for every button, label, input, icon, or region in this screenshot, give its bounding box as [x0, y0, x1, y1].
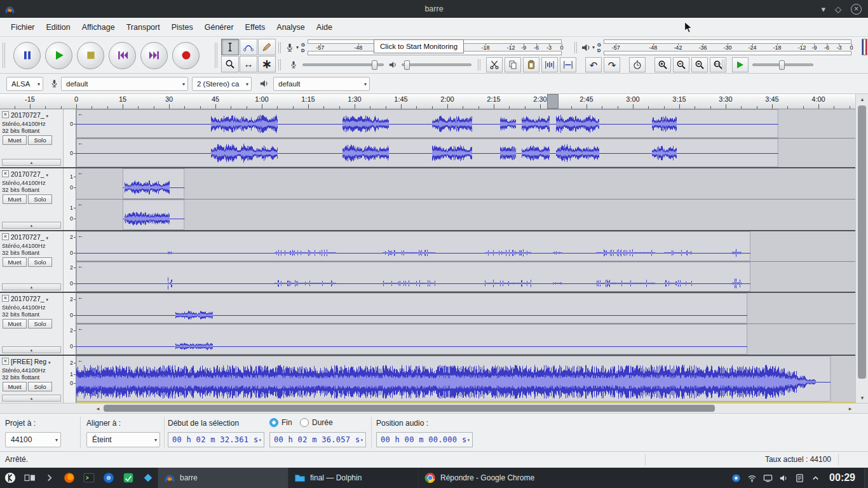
waveform-canvas[interactable] [76, 168, 855, 199]
launcher-firefox[interactable] [59, 469, 79, 487]
track-title-menu[interactable]: 20170727_ ▾ [11, 170, 62, 178]
zoom-out-button[interactable] [673, 57, 689, 72]
track-close-button[interactable]: × [2, 170, 9, 177]
audio-clip-lane[interactable]: ← [76, 293, 855, 323]
scroll-down-button[interactable]: ▾ [856, 393, 868, 403]
undo-button[interactable]: ↶ [585, 57, 602, 72]
zoom-in-button[interactable] [654, 57, 671, 72]
audio-position-field[interactable]: 00 h 00 m 00.000 s▾ [376, 432, 473, 447]
snap-select[interactable]: Éteint▾ [86, 432, 160, 447]
playback-device-select[interactable]: default▾ [273, 77, 370, 91]
menu-fichier[interactable]: Fichier [5, 20, 41, 35]
collapse-track-button[interactable]: ▴ [2, 346, 61, 353]
toolbar-grab-handle[interactable] [574, 42, 577, 53]
menu-transport[interactable]: Transport [121, 20, 166, 35]
playback-meter-track[interactable]: -57-48-42-36-30-24-18-12-9-6-30 [604, 39, 851, 55]
selection-start-field[interactable]: 00 h 02 m 32.361 s▾ [168, 432, 264, 447]
waveform-canvas[interactable] [76, 324, 855, 355]
audio-clip-lane[interactable]: ← [76, 109, 855, 138]
mute-button[interactable]: Muet [3, 194, 27, 204]
vertical-scrollbar-thumb[interactable] [858, 105, 866, 379]
menu-pistes[interactable]: Pistes [166, 20, 199, 35]
solo-button[interactable]: Solo [28, 257, 52, 267]
radio-off-icon[interactable] [300, 418, 309, 427]
window-maximize-button[interactable]: ◇ [835, 4, 841, 14]
mute-button[interactable]: Muet [3, 135, 27, 145]
slider-thumb[interactable] [404, 60, 410, 70]
tray-wifi-icon[interactable] [747, 473, 757, 483]
timeline-ruler[interactable]: -1501530451:001:151:301:452:002:152:302:… [0, 94, 855, 109]
toolbar-grab-handle[interactable] [3, 43, 5, 68]
paste-button[interactable] [523, 57, 539, 72]
taskbar-clock[interactable]: 00:29 [829, 472, 855, 484]
solo-button[interactable]: Solo [28, 319, 52, 329]
toolbar-grab-handle[interactable] [215, 43, 217, 68]
project-rate-select[interactable]: 44100▾ [5, 432, 61, 447]
draw-tool-button[interactable] [258, 39, 276, 55]
launcher-arrow-right[interactable] [39, 469, 59, 487]
selection-end-radio[interactable]: Fin [269, 418, 292, 427]
monitoring-tooltip[interactable]: Click to Start Monitoring [374, 39, 464, 53]
menu-effets[interactable]: Effets [240, 20, 271, 35]
recording-volume-slider[interactable] [302, 64, 384, 66]
waveform-canvas[interactable] [76, 231, 855, 261]
window-more-button[interactable]: ▾ [821, 4, 825, 14]
audio-clip-lane[interactable]: ← [76, 262, 855, 292]
launcher-pager[interactable] [20, 469, 39, 487]
menu-aide[interactable]: Aide [311, 20, 338, 35]
audio-clip-lane[interactable]: ← [76, 356, 855, 402]
playback-meter[interactable]: ▾ GD -57-48-42-36-30-24-18-12-9-6-30 [573, 39, 860, 55]
menu-générer[interactable]: Générer [199, 20, 240, 35]
collapse-track-button[interactable]: ▴ [2, 159, 61, 166]
track-title-menu[interactable]: 20170727_ ▾ [11, 233, 62, 241]
waveform-canvas[interactable] [76, 109, 855, 138]
tray-blue-dot-icon[interactable] [731, 473, 741, 483]
audio-clip-lane[interactable]: ← [76, 168, 855, 199]
recording-device-select[interactable]: default▾ [61, 77, 188, 91]
taskbar-task-2[interactable]: final — Dolphin [288, 468, 418, 488]
menu-edition[interactable]: Edition [41, 20, 76, 35]
track-close-button[interactable]: × [2, 358, 9, 365]
audio-clip-lane[interactable]: ← [76, 231, 855, 261]
timeshift-tool-button[interactable]: ↔ [240, 56, 257, 72]
playback-volume-slider[interactable] [402, 64, 471, 66]
launcher-kmenu[interactable] [0, 469, 20, 487]
scroll-right-button[interactable]: ▸ [845, 403, 855, 414]
launcher-blue-app[interactable] [98, 469, 118, 487]
waveform-canvas[interactable] [76, 200, 855, 230]
toolbar-grab-handle[interactable] [478, 59, 480, 71]
slider-thumb[interactable] [779, 60, 785, 70]
skip-to-start-button[interactable] [109, 42, 136, 69]
track-title-menu[interactable]: 20170727_ ▾ [11, 111, 62, 119]
horizontal-scrollbar-thumb[interactable] [104, 405, 715, 412]
tray-tray-expand-icon[interactable] [811, 473, 820, 483]
launcher-plasma-diamond[interactable] [138, 469, 158, 487]
mute-button[interactable]: Muet [3, 382, 27, 391]
waveform-canvas[interactable] [76, 356, 855, 402]
scroll-up-button[interactable]: ▴ [856, 94, 868, 104]
track-title-menu[interactable]: [FREE] Reg ▾ [11, 358, 62, 365]
play-at-speed-button[interactable] [732, 57, 749, 72]
envelope-tool-button[interactable] [240, 39, 257, 55]
track-close-button[interactable]: × [2, 111, 9, 118]
taskbar-task-3[interactable]: Répondre - Google Chrome [418, 468, 548, 488]
copy-button[interactable] [505, 57, 521, 72]
solo-button[interactable]: Solo [28, 194, 52, 204]
horizontal-scrollbar[interactable]: ◂ ▸ [0, 403, 868, 413]
sync-lock-button[interactable] [629, 57, 646, 72]
pause-button[interactable] [13, 42, 41, 69]
cut-button[interactable] [486, 57, 503, 72]
menu-analyse[interactable]: Analyse [271, 20, 310, 35]
play-speed-slider[interactable] [752, 64, 813, 66]
audio-clip-lane[interactable]: ← [76, 139, 855, 167]
audio-clip-lane[interactable]: ← [76, 200, 855, 230]
redo-button[interactable]: ↷ [604, 57, 620, 72]
timeline-selection-region[interactable] [547, 94, 559, 109]
show-desktop-button[interactable] [864, 468, 868, 488]
multi-tool-button[interactable]: ∗ [258, 56, 276, 72]
record-button[interactable] [172, 42, 200, 69]
trim-audio-button[interactable] [541, 57, 558, 72]
silence-audio-button[interactable] [560, 57, 576, 72]
window-close-button[interactable]: × [851, 4, 862, 15]
waveform-canvas[interactable] [76, 139, 855, 167]
